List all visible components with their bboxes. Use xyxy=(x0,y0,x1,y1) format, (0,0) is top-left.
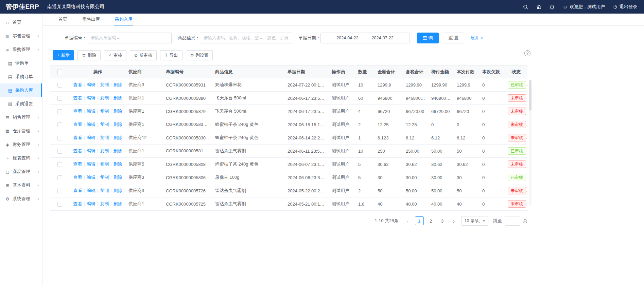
row-checkbox[interactable] xyxy=(57,149,62,154)
row-action-edit[interactable]: 编辑 xyxy=(87,175,95,180)
row-action-copy[interactable]: 复制 xyxy=(100,175,109,180)
tab-retail-outbound[interactable]: 零售出库 xyxy=(82,14,101,25)
select-all-checkbox[interactable] xyxy=(57,70,62,74)
row-checkbox[interactable] xyxy=(57,83,62,88)
next-page-button[interactable]: › xyxy=(450,216,458,225)
row-action-edit[interactable]: 编辑 xyxy=(87,135,95,140)
row-action-edit[interactable]: 编辑 xyxy=(87,148,95,153)
row-action-view[interactable]: 查看 xyxy=(73,135,82,140)
sidebar-item-purchase-management[interactable]: ≡采购管理∧ xyxy=(0,43,42,56)
cell-status: 已审核 xyxy=(505,145,527,158)
delete-button[interactable]: 删除 xyxy=(77,50,101,60)
sidebar-item-basic-data[interactable]: ⊞基本资料∨ xyxy=(0,178,42,192)
help-icon[interactable]: ? xyxy=(524,50,530,56)
row-action-view[interactable]: 查看 xyxy=(73,161,82,167)
bill-no-input[interactable] xyxy=(87,33,172,43)
tab-purchase-inbound[interactable]: 采购入库 xyxy=(114,14,133,25)
sidebar-item-warehouse-management[interactable]: ▦仓库管理∨ xyxy=(0,124,42,138)
row-action-view[interactable]: 查看 xyxy=(73,148,82,153)
row-action-copy[interactable]: 复制 xyxy=(100,109,109,114)
row-action-edit[interactable]: 编辑 xyxy=(87,201,95,206)
sidebar-item-sales-management[interactable]: ⊟销售管理∨ xyxy=(0,111,42,124)
row-action-edit[interactable]: 编辑 xyxy=(87,161,95,167)
sidebar-item-purchase-inbound[interactable]: ▤采购入库 xyxy=(0,83,42,97)
bell-icon[interactable] xyxy=(550,4,555,9)
search-icon[interactable] xyxy=(523,4,528,9)
row-action-copy[interactable]: 复制 xyxy=(100,161,109,167)
row-checkbox[interactable] xyxy=(57,109,62,114)
welcome-user[interactable]: ☺ 欢迎您，测试用户 xyxy=(563,4,605,10)
product-info-input[interactable] xyxy=(200,33,292,43)
row-checkbox[interactable] xyxy=(57,189,62,193)
row-action-delete[interactable]: 删除 xyxy=(114,95,122,100)
row-checkbox[interactable] xyxy=(57,122,62,127)
row-action-edit[interactable]: 编辑 xyxy=(87,109,95,114)
row-action-copy[interactable]: 复制 xyxy=(100,201,109,206)
row-checkbox[interactable] xyxy=(57,162,62,167)
date-range-picker[interactable]: 2024-04-22 ~ 2024-07-22 xyxy=(320,33,410,43)
sidebar-item-system-management[interactable]: ⚙系统管理∨ xyxy=(0,192,42,206)
row-checkbox[interactable] xyxy=(57,175,62,180)
audit-button[interactable]: ✓ 审核 xyxy=(104,50,126,60)
row-action-delete[interactable]: 删除 xyxy=(114,161,122,167)
row-action-view[interactable]: 查看 xyxy=(73,95,82,100)
search-button[interactable]: 查 询 xyxy=(417,33,439,43)
row-action-edit[interactable]: 编辑 xyxy=(87,95,95,100)
add-button[interactable]: + 新增 xyxy=(53,50,74,60)
row-action-copy[interactable]: 复制 xyxy=(100,188,109,193)
row-action-copy[interactable]: 复制 xyxy=(100,95,109,100)
export-button[interactable]: ↧ 导出 xyxy=(160,50,182,60)
page-button-1[interactable]: 1 xyxy=(415,216,424,225)
jump-page-input[interactable] xyxy=(505,216,520,226)
row-action-view[interactable]: 查看 xyxy=(73,188,82,193)
row-action-edit[interactable]: 编辑 xyxy=(87,188,95,193)
row-action-delete[interactable]: 删除 xyxy=(114,188,122,193)
row-action-edit[interactable]: 编辑 xyxy=(87,122,95,127)
expand-toggle[interactable]: 展开 ∨ xyxy=(470,35,483,41)
sidebar-item-purchase-order[interactable]: ▤采购订单 xyxy=(0,70,42,83)
scrollbar-thumb[interactable] xyxy=(529,80,532,111)
row-action-view[interactable]: 查看 xyxy=(73,175,82,180)
sidebar-item-retail-management[interactable]: ▥零售管理∨ xyxy=(0,29,42,43)
row-action-delete[interactable]: 删除 xyxy=(114,148,122,153)
page-button-2[interactable]: 2 xyxy=(427,216,435,225)
date-from-value[interactable]: 2024-04-22 xyxy=(336,36,358,40)
chevron-down-icon: ∨ xyxy=(37,129,39,133)
row-action-copy[interactable]: 复制 xyxy=(100,82,109,87)
page-size-select[interactable]: 10 条/页 ∨ xyxy=(461,216,488,226)
row-action-view[interactable]: 查看 xyxy=(73,122,82,127)
table-scrollbar[interactable] xyxy=(529,80,532,206)
sidebar-item-purchase-return[interactable]: ▤采购退货 xyxy=(0,97,42,111)
sidebar-item-report-query[interactable]: ◔报表查询∨ xyxy=(0,151,42,165)
bank-icon[interactable] xyxy=(536,4,541,9)
row-action-delete[interactable]: 删除 xyxy=(114,122,122,127)
row-action-copy[interactable]: 复制 xyxy=(100,135,109,140)
row-action-view[interactable]: 查看 xyxy=(73,201,82,206)
row-action-edit[interactable]: 编辑 xyxy=(87,82,95,87)
sidebar-item-home[interactable]: ⌂首页 xyxy=(0,16,42,29)
logout-button[interactable]: 退出登录 xyxy=(613,4,637,10)
reset-button[interactable]: 重 置 xyxy=(443,33,465,43)
row-action-delete[interactable]: 删除 xyxy=(114,109,122,114)
row-action-delete[interactable]: 删除 xyxy=(114,82,122,87)
prev-page-button[interactable]: ‹ xyxy=(403,216,412,225)
row-checkbox[interactable] xyxy=(57,136,62,140)
row-action-delete[interactable]: 删除 xyxy=(114,201,122,206)
tab-home[interactable]: 首页 xyxy=(58,14,68,25)
sidebar-item-product-management[interactable]: ◻商品管理∨ xyxy=(0,165,42,178)
page-button-3[interactable]: 3 xyxy=(438,216,447,225)
row-action-delete[interactable]: 删除 xyxy=(114,135,122,140)
row-checkbox[interactable] xyxy=(57,96,62,101)
row-action-delete[interactable]: 删除 xyxy=(114,175,122,180)
row-action-view[interactable]: 查看 xyxy=(73,109,82,114)
sidebar-item-purchase-request[interactable]: ▤请购单 xyxy=(0,56,42,70)
row-action-view[interactable]: 查看 xyxy=(73,82,82,87)
row-action-copy[interactable]: 复制 xyxy=(100,148,109,153)
chevron-down-icon: ∨ xyxy=(37,197,39,201)
sidebar-item-finance-management[interactable]: ◈财务管理∨ xyxy=(0,138,42,151)
unaudit-button[interactable]: ⊘ 反审核 xyxy=(130,50,157,60)
column-settings-button[interactable]: ⚙ 列设置 xyxy=(186,50,213,60)
row-action-copy[interactable]: 复制 xyxy=(100,122,109,127)
row-checkbox[interactable] xyxy=(57,202,62,207)
date-to-value[interactable]: 2024-07-22 xyxy=(372,36,394,40)
